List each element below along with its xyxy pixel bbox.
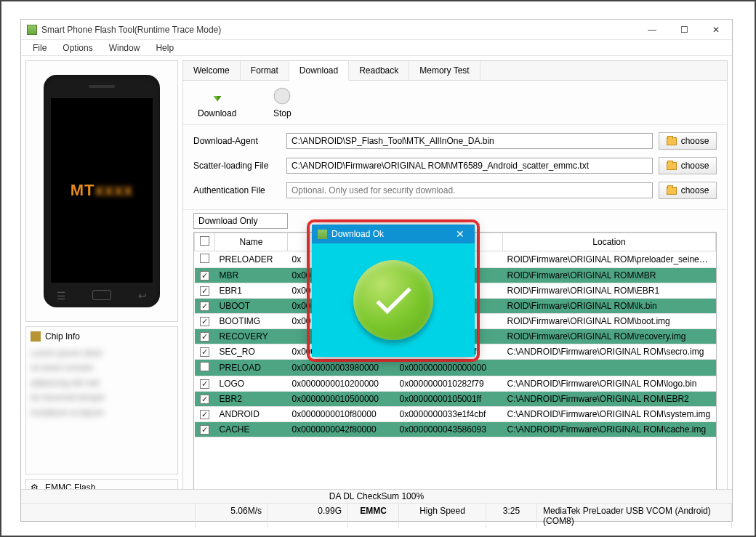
auth-label: Authentication File — [193, 185, 281, 195]
row-location: ROID\Firmware\ORIGINAL ROM\preloader_sei… — [503, 251, 716, 268]
statusbar: DA DL CheckSum 100% 5.06M/s 0.99G EMMC H… — [21, 489, 732, 521]
folder-icon — [667, 137, 677, 145]
chip-info-body: Lorem ipsum dolorsit amet consectadipisc… — [31, 346, 173, 420]
row-location: C:\ANDROID\Firmware\ORIGINAL ROM\secro.i… — [503, 344, 716, 360]
row-location: C:\ANDROID\Firmware\ORIGINAL ROM\cache.i… — [503, 422, 716, 437]
stop-tool-button[interactable]: Stop — [273, 86, 291, 118]
auth-file-input[interactable] — [286, 182, 653, 198]
row-end: 0x0000000033e1f4cbf — [395, 407, 503, 422]
row-name: EBR1 — [215, 283, 288, 299]
menu-help[interactable]: Help — [148, 41, 181, 54]
table-row[interactable]: ANDROID0x0000000010f800000x0000000033e1f… — [195, 407, 716, 422]
header-checkbox[interactable] — [200, 236, 209, 246]
table-row[interactable]: PRELOAD0x00000000039800000x0000000000000… — [195, 360, 716, 376]
row-end: 0x0000000000000000 — [395, 360, 503, 376]
window-title: Smart Phone Flash Tool(Runtime Trace Mod… — [41, 25, 221, 35]
row-name: UBOOT — [215, 299, 288, 314]
row-location: C:\ANDROID\Firmware\ORIGINAL ROM\system.… — [503, 407, 716, 422]
table-row[interactable]: CACHE0x0000000042f800000x000000004358609… — [195, 422, 716, 437]
folder-icon — [667, 187, 677, 195]
row-begin: 0x0000000003980000 — [288, 360, 395, 376]
row-end: 0x00000000105001ff — [395, 392, 503, 407]
row-end: 0x0000000010282f79 — [395, 376, 503, 392]
scatter-file-input[interactable] — [286, 158, 653, 174]
row-location: ROID\Firmware\ORIGINAL ROM\boot.img — [503, 314, 716, 329]
row-begin: 0x0000000010500000 — [288, 392, 395, 407]
sb-cell-0 — [21, 504, 196, 528]
dialog-close-button[interactable]: ✕ — [446, 225, 475, 243]
row-checkbox[interactable] — [200, 332, 209, 342]
tab-download[interactable]: Download — [289, 61, 349, 81]
scatter-label: Scatter-loading File — [193, 161, 281, 171]
row-name: PRELOADER — [215, 251, 288, 268]
chip-info-panel: Chip Info Lorem ipsum dolorsit amet cons… — [25, 326, 178, 475]
menu-file[interactable]: File — [25, 41, 54, 54]
tab-memory-test[interactable]: Memory Test — [409, 61, 480, 80]
row-checkbox[interactable] — [200, 425, 209, 435]
sb-device: MediaTek PreLoader USB VCOM (Android) (C… — [537, 504, 732, 528]
chip-info-title: Chip Info — [45, 331, 80, 342]
dialog-title-text: Download Ok — [331, 229, 384, 239]
row-name: MBR — [215, 268, 288, 283]
dialog-icon — [318, 230, 327, 239]
row-location: ROID\Firmware\ORIGINAL ROM\MBR — [503, 268, 716, 283]
tabs: Welcome Format Download Readback Memory … — [183, 61, 727, 81]
menu-window[interactable]: Window — [102, 41, 148, 54]
row-checkbox[interactable] — [200, 395, 209, 404]
download-label: Download — [198, 108, 236, 118]
sb-time: 3:25 — [486, 504, 537, 528]
row-checkbox[interactable] — [200, 362, 209, 371]
svg-point-0 — [275, 88, 291, 104]
row-checkbox[interactable] — [200, 254, 209, 263]
download-ok-dialog: Download Ok ✕ — [312, 225, 475, 357]
success-check-icon — [353, 260, 433, 340]
app-icon — [27, 25, 37, 35]
maximize-button[interactable]: ☐ — [668, 20, 700, 39]
tab-welcome[interactable]: Welcome — [183, 61, 241, 80]
row-checkbox[interactable] — [200, 302, 209, 311]
row-location: C:\ANDROID\Firmware\ORIGINAL ROM\logo.bi… — [503, 376, 716, 392]
da-choose-button[interactable]: choose — [659, 132, 717, 150]
stop-icon — [273, 86, 291, 105]
row-checkbox[interactable] — [200, 271, 209, 280]
table-row[interactable]: EBR20x00000000105000000x00000000105001ff… — [195, 392, 716, 407]
col-location: Location — [503, 233, 716, 251]
row-checkbox[interactable] — [200, 347, 209, 357]
tab-format[interactable]: Format — [241, 61, 289, 80]
tab-readback[interactable]: Readback — [349, 61, 409, 80]
sb-speed: 5.06M/s — [196, 504, 268, 528]
close-button[interactable]: ✕ — [700, 20, 732, 39]
row-end: 0x0000000043586093 — [395, 422, 503, 437]
row-location: ROID\Firmware\ORIGINAL ROM\recovery.img — [503, 329, 716, 344]
phone-preview: MTxxxx ☰↩ — [25, 60, 178, 322]
row-checkbox[interactable] — [200, 410, 209, 419]
row-name: SEC_RO — [215, 344, 288, 360]
auth-choose-button[interactable]: choose — [659, 182, 717, 199]
row-name: CACHE — [215, 422, 288, 437]
minimize-button[interactable]: — — [636, 20, 668, 39]
download-agent-input[interactable] — [286, 133, 653, 149]
row-location: C:\ANDROID\Firmware\ORIGINAL ROM\EBR2 — [503, 392, 716, 407]
row-location — [503, 360, 716, 376]
row-begin: 0x0000000010200000 — [288, 376, 395, 392]
download-tool-button[interactable]: Download — [198, 86, 236, 118]
download-mode-select[interactable]: Download Only — [193, 213, 288, 229]
folder-icon — [667, 162, 677, 170]
col-name: Name — [215, 233, 288, 251]
row-name: PRELOAD — [215, 360, 288, 376]
scatter-choose-button[interactable]: choose — [659, 157, 717, 174]
row-location: ROID\Firmware\ORIGINAL ROM\lk.bin — [503, 299, 716, 314]
menu-options[interactable]: Options — [55, 41, 100, 54]
menubar: File Options Window Help — [21, 40, 732, 56]
row-name: LOGO — [215, 376, 288, 392]
table-row[interactable]: LOGO0x00000000102000000x0000000010282f79… — [195, 376, 716, 392]
row-checkbox[interactable] — [200, 317, 209, 326]
da-label: Download-Agent — [193, 136, 281, 146]
row-begin: 0x0000000010f80000 — [288, 407, 395, 422]
row-name: EBR2 — [215, 392, 288, 407]
row-name: BOOTIMG — [215, 314, 288, 329]
row-begin: 0x0000000042f80000 — [288, 422, 395, 437]
row-checkbox[interactable] — [200, 379, 209, 389]
row-checkbox[interactable] — [200, 286, 209, 296]
row-name: ANDROID — [215, 407, 288, 422]
